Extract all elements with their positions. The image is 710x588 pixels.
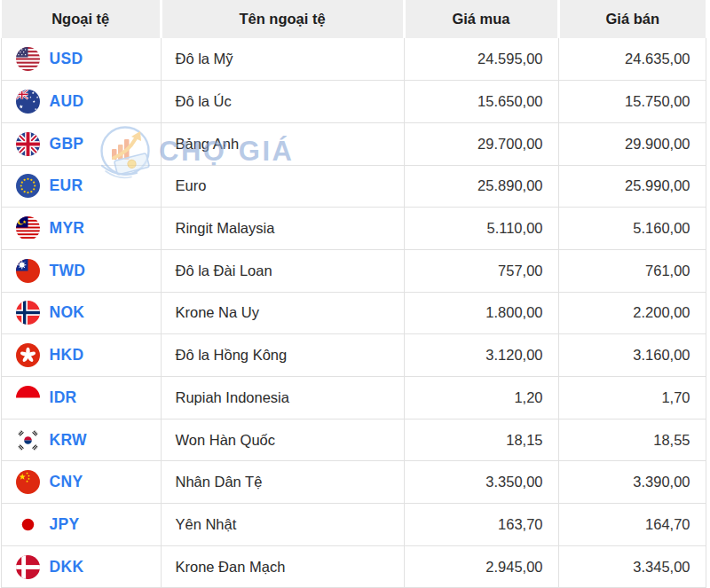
id-flag-icon [16, 386, 40, 410]
us-flag-icon [16, 47, 40, 71]
sell-price-cell: 164,70 [558, 504, 706, 546]
currency-name-cell: Đô la Đài Loan [161, 249, 404, 292]
sell-price-cell: 761,00 [558, 249, 706, 292]
rate-row-hkd: HKDĐô la Hồng Kông3.120,003.160,00 [1, 334, 706, 377]
currency-cell: CNY [1, 461, 161, 504]
currency-cell: EUR [1, 165, 161, 208]
my-flag-icon [16, 216, 40, 240]
kr-flag-icon [16, 428, 40, 452]
currency-name-cell: Euro [161, 165, 404, 208]
buy-price-cell: 24.595,00 [404, 38, 558, 81]
rate-row-gbp: GBPBảng Anh29.700,0029.900,00 [1, 122, 706, 165]
au-flag-icon [16, 90, 40, 114]
buy-price-cell: 29.700,00 [404, 122, 558, 165]
buy-price-cell: 757,00 [404, 249, 558, 292]
sell-price-cell: 18,55 [558, 419, 706, 461]
hk-flag-icon [16, 343, 40, 367]
rate-row-dkk: DKKKrone Đan Mạch2.945,003.345,00 [1, 545, 706, 588]
currency-cell: USD [1, 38, 161, 81]
sell-price-cell: 3.345,00 [558, 545, 706, 588]
currency-code-link[interactable]: TWD [50, 262, 86, 280]
rate-row-aud: AUDĐô la Úc15.650,0015.750,00 [1, 81, 706, 123]
buy-price-cell: 1,20 [404, 377, 558, 419]
rate-row-twd: TWDĐô la Đài Loan757,00761,00 [1, 249, 706, 292]
buy-price-cell: 3.350,00 [404, 461, 558, 504]
rates-table-body: USDĐô la Mỹ24.595,0024.635,00AUDĐô la Úc… [1, 38, 706, 588]
currency-name-cell: Krone Na Uy [161, 292, 404, 334]
sell-price-cell: 3.390,00 [558, 461, 706, 504]
buy-price-cell: 1.800,00 [404, 292, 558, 334]
currency-cell: JPY [1, 504, 161, 546]
buy-price-cell: 25.890,00 [404, 165, 558, 208]
buy-price-cell: 3.120,00 [404, 334, 558, 377]
currency-code-link[interactable]: MYR [50, 219, 85, 238]
currency-cell: HKD [1, 334, 161, 377]
dk-flag-icon [16, 555, 40, 579]
currency-code-link[interactable]: USD [50, 50, 83, 68]
sell-price-cell: 2.200,00 [558, 292, 706, 334]
buy-price-cell: 5.110,00 [404, 208, 558, 250]
buy-price-cell: 18,15 [404, 419, 558, 461]
rate-row-myr: MYRRingit Malaysia5.110,005.160,00 [1, 208, 706, 250]
currency-cell: AUD [1, 81, 161, 123]
buy-price-cell: 163,70 [404, 504, 558, 546]
rate-row-cny: CNYNhân Dân Tệ3.350,003.390,00 [1, 461, 706, 504]
buy-price-cell: 15.650,00 [404, 81, 558, 123]
currency-cell: DKK [1, 545, 161, 588]
currency-name-cell: Won Hàn Quốc [161, 419, 404, 461]
header-currency-name: Tên ngoại tệ [161, 0, 404, 38]
currency-code-link[interactable]: GBP [50, 135, 84, 153]
sell-price-cell: 24.635,00 [558, 38, 706, 81]
rate-row-eur: EUREuro25.890,0025.990,00 [1, 165, 706, 208]
sell-price-cell: 29.900,00 [558, 122, 706, 165]
currency-name-cell: Đô la Úc [161, 81, 404, 123]
currency-name-cell: Rupiah Indonesia [161, 377, 404, 419]
currency-name-cell: Ringit Malaysia [161, 208, 404, 250]
currency-code-link[interactable]: HKD [50, 346, 84, 365]
header-sell-price: Giá bán [558, 0, 706, 38]
currency-cell: MYR [1, 208, 161, 250]
buy-price-cell: 2.945,00 [404, 545, 558, 588]
currency-code-link[interactable]: EUR [50, 176, 83, 195]
gb-flag-icon [16, 132, 40, 156]
currency-cell: GBP [1, 122, 161, 165]
currency-code-link[interactable]: NOK [50, 303, 85, 322]
currency-code-link[interactable]: DKK [50, 558, 84, 576]
sell-price-cell: 5.160,00 [558, 208, 706, 250]
rate-row-krw: KRWWon Hàn Quốc18,1518,55 [1, 419, 706, 461]
no-flag-icon [16, 301, 40, 325]
currency-cell: IDR [1, 377, 161, 419]
currency-name-cell: Yên Nhật [161, 504, 404, 546]
header-currency: Ngoại tệ [1, 0, 161, 38]
cn-flag-icon [16, 470, 40, 494]
currency-name-cell: Nhân Dân Tệ [161, 461, 404, 504]
table-header-row: Ngoại tệ Tên ngoại tệ Giá mua Giá bán [1, 0, 706, 38]
sell-price-cell: 15.750,00 [558, 81, 706, 123]
currency-cell: NOK [1, 292, 161, 334]
eu-flag-icon [16, 174, 40, 198]
sell-price-cell: 25.990,00 [558, 165, 706, 208]
tw-flag-icon [16, 259, 40, 283]
sell-price-cell: 3.160,00 [558, 334, 706, 377]
jp-flag-icon [16, 513, 40, 537]
sell-price-cell: 1,70 [558, 377, 706, 419]
rate-row-idr: IDRRupiah Indonesia1,201,70 [1, 377, 706, 419]
rate-row-jpy: JPYYên Nhật163,70164,70 [1, 504, 706, 546]
currency-name-cell: Đô la Hồng Kông [161, 334, 404, 377]
rate-row-nok: NOKKrone Na Uy1.800,002.200,00 [1, 292, 706, 334]
header-buy-price: Giá mua [404, 0, 558, 38]
exchange-rate-table: Ngoại tệ Tên ngoại tệ Giá mua Giá bán US… [0, 0, 706, 588]
rate-row-usd: USDĐô la Mỹ24.595,0024.635,00 [1, 38, 706, 81]
currency-name-cell: Krone Đan Mạch [161, 545, 404, 588]
currency-code-link[interactable]: JPY [50, 515, 80, 534]
currency-name-cell: Bảng Anh [161, 122, 404, 165]
currency-cell: KRW [1, 419, 161, 461]
currency-name-cell: Đô la Mỹ [161, 38, 404, 81]
currency-code-link[interactable]: AUD [50, 92, 84, 111]
exchange-rate-page: Ngoại tệ Tên ngoại tệ Giá mua Giá bán US… [0, 0, 706, 588]
currency-code-link[interactable]: IDR [50, 388, 77, 407]
currency-cell: TWD [1, 249, 161, 292]
currency-code-link[interactable]: CNY [50, 473, 83, 491]
currency-code-link[interactable]: KRW [50, 431, 87, 450]
